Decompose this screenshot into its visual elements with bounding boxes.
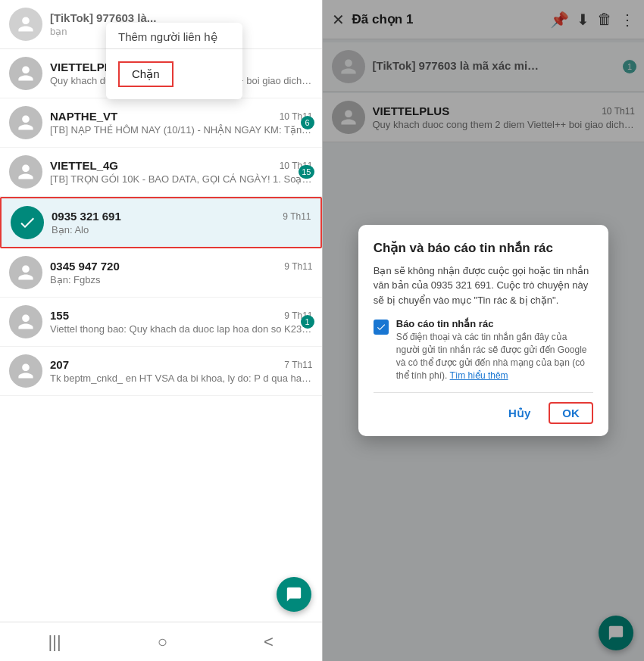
msg-sender: 0345 947 720 [50,260,120,273]
list-item[interactable]: 155 9 Th11 Viettel thong bao: Quy khach … [0,298,322,347]
compose-fab[interactable] [277,577,311,612]
unread-badge: 6 [301,116,314,129]
nav-home-icon[interactable]: ○ [158,632,167,652]
msg-sender: 0935 321 691 [52,210,121,223]
context-menu-header: Thêm người liên hệ [106,23,242,49]
msg-content: 0935 321 691 9 Th11 Bạn: Alo [52,210,311,235]
list-item-selected[interactable]: 0935 321 691 9 Th11 Bạn: Alo [0,197,322,248]
modal-actions: Hủy OK [374,392,593,424]
msg-preview: [TB] NẠP THẺ HÔM NAY (10/11) - NHẬN NGAY… [50,124,313,136]
msg-content: 207 7 Th11 Tk beptm_cnkd_ en HT VSA da b… [50,358,313,384]
checkbox-label: Báo cáo tin nhắn rác [396,318,593,329]
learn-more-link[interactable]: Tìm hiểu thêm [450,370,508,381]
msg-sender: VIETTEL_4G [50,159,118,172]
msg-preview: [TB] TRỌN GÓI 10K - BAO DATA, GỌI CẢ NGÀ… [50,173,313,185]
avatar [11,206,44,239]
context-menu-block-item[interactable]: Chặn [106,49,242,99]
msg-time: 9 Th11 [284,261,312,272]
msg-content: VIETTEL_4G 10 Th11 [TB] TRỌN GÓI 10K - B… [50,159,313,185]
checkbox-text: Báo cáo tin nhắn rác Số điện thoại và cá… [396,318,593,382]
msg-sender: 155 [50,309,69,322]
modal-title: Chặn và báo cáo tin nhắn rác [374,240,593,256]
msg-content: 0345 947 720 9 Th11 Bạn: Fgbzs [50,260,313,285]
context-menu: Thêm người liên hệ Chặn [106,23,242,99]
unread-badge: 1 [301,315,314,329]
checkbox-desc: Số điện thoại và các tin nhắn gần đây củ… [396,331,593,382]
msg-preview: Viettel thong bao: Quy khach da duoc lap… [50,323,313,335]
msg-time: 9 Th11 [283,211,311,222]
msg-sender: 207 [50,358,69,371]
report-spam-row[interactable]: Báo cáo tin nhắn rác Số điện thoại và cá… [374,318,593,382]
msg-preview: Bạn: Alo [52,224,311,235]
msg-preview: Bạn: Fgbzs [50,274,313,285]
block-report-modal: Chặn và báo cáo tin nhắn rác Bạn sẽ khôn… [358,225,608,437]
avatar [9,106,42,139]
avatar [9,57,42,90]
cancel-button[interactable]: Hủy [502,402,536,424]
ok-button[interactable]: OK [549,402,593,424]
msg-content: NAPTHE_VT 10 Th11 [TB] NẠP THẺ HÔM NAY (… [50,110,313,136]
modal-body-text: Bạn sẽ không nhận được cuộc gọi hoặc tin… [374,263,593,308]
report-spam-checkbox[interactable] [374,320,389,335]
modal-overlay: Chặn và báo cáo tin nhắn rác Bạn sẽ khôn… [323,0,645,661]
avatar [9,354,42,388]
right-panel: ✕ Đã chọn 1 📌 ⬇ 🗑 ⋮ [TikTok] 977603 là m… [323,0,645,661]
nav-back-icon[interactable]: < [264,632,274,652]
chan-label: Chặn [118,61,174,87]
nav-recent-apps-icon[interactable]: ||| [48,632,61,652]
msg-preview: Tk beptm_cnkd_ en HT VSA da bi khoa, ly … [50,373,313,384]
list-item[interactable]: VIETTEL_4G 10 Th11 [TB] TRỌN GÓI 10K - B… [0,148,322,197]
avatar [9,305,42,338]
list-item[interactable]: 207 7 Th11 Tk beptm_cnkd_ en HT VSA da b… [0,347,322,396]
msg-sender: NAPTHE_VT [50,110,117,123]
list-item[interactable]: 0345 947 720 9 Th11 Bạn: Fgbzs [0,248,322,298]
list-item[interactable]: NAPTHE_VT 10 Th11 [TB] NẠP THẺ HÔM NAY (… [0,98,322,148]
avatar [9,256,42,289]
left-panel: [TikTok] 977603 là... bạn VIETTELPLUS Qu… [0,0,322,661]
avatar [9,155,42,189]
msg-time: 7 Th11 [284,360,312,370]
unread-badge: 15 [299,165,314,179]
bottom-nav: ||| ○ < [0,622,322,661]
msg-content: 155 9 Th11 Viettel thong bao: Quy khach … [50,309,313,335]
avatar [9,8,42,41]
